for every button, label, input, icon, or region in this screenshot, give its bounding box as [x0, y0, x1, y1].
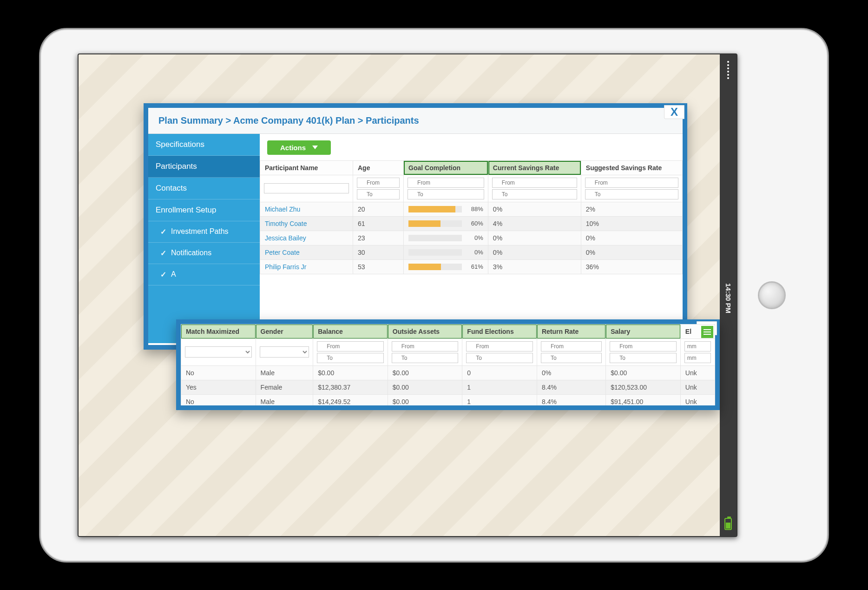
sidebar-item-label: Contacts — [156, 184, 187, 193]
filter-csr-from[interactable] — [492, 178, 577, 188]
filter-balance-from[interactable] — [317, 341, 384, 351]
col-header-csr[interactable]: Current Savings Rate — [488, 160, 581, 175]
sidebar-item-notifications[interactable]: Notifications — [148, 243, 260, 264]
filter-ssr-to[interactable] — [585, 189, 678, 199]
filter-rr-to[interactable] — [541, 353, 602, 363]
cell-gender: Male — [256, 365, 313, 380]
check-icon — [160, 270, 166, 279]
sidebar-item-investment-paths[interactable]: Investment Paths — [148, 221, 260, 243]
cell-age: 23 — [353, 231, 403, 245]
tablet-frame: 14:30 PM X Plan Summary > Acme Company 4… — [39, 28, 829, 563]
col-header-match[interactable]: Match Maximized — [181, 324, 256, 338]
cell-csr: 0% — [488, 245, 581, 259]
col-header-fund[interactable]: Fund Elections — [462, 324, 537, 338]
cell-ssr: 0% — [581, 231, 682, 245]
col-header-rr[interactable]: Return Rate — [537, 324, 605, 338]
main-panel: Actions Participant Name Age Goal Comple… — [260, 134, 683, 343]
cell-gender: Female — [256, 380, 313, 394]
sidebar-item-label: Specifications — [156, 140, 204, 149]
cell-outside: $0.00 — [388, 365, 462, 380]
actions-button[interactable]: Actions — [267, 140, 331, 155]
sidebar-item-contacts[interactable]: Contacts — [148, 178, 260, 199]
check-icon — [160, 249, 166, 258]
sidebar: Specifications Participants Contacts Enr… — [148, 134, 260, 343]
col-header-age[interactable]: Age — [353, 160, 403, 175]
cell-salary: $91,451.00 — [606, 394, 681, 405]
filter-goal-from[interactable] — [408, 178, 484, 188]
filter-age-from[interactable] — [357, 178, 400, 188]
col-header-gender[interactable]: Gender — [256, 324, 313, 338]
cell-fund: 0 — [462, 365, 537, 380]
sidebar-item-enrollment-setup[interactable]: Enrollment Setup — [148, 199, 260, 221]
home-button[interactable] — [758, 281, 786, 309]
cell-csr: 3% — [488, 259, 581, 274]
filter-age-to[interactable] — [357, 189, 400, 199]
col-header-balance[interactable]: Balance — [313, 324, 388, 338]
cell-match: No — [181, 365, 256, 380]
filter-el-to[interactable] — [684, 353, 711, 363]
filter-fund-from[interactable] — [466, 341, 533, 351]
filter-outside-from[interactable] — [392, 341, 459, 351]
col-header-goal[interactable]: Goal Completion — [404, 160, 488, 175]
filter-csr-to[interactable] — [492, 189, 577, 199]
table-row: Michael Zhu2088%0%2% — [260, 202, 683, 216]
col-header-salary[interactable]: Salary — [606, 324, 681, 338]
cell-el: Unk — [680, 394, 715, 405]
menu-button[interactable] — [701, 326, 713, 338]
cell-rr: 8.4% — [537, 394, 605, 405]
cell-goal: 88% — [404, 202, 488, 216]
breadcrumb[interactable]: Plan Summary > Acme Company 401(k) Plan … — [148, 108, 683, 134]
cell-ssr: 36% — [581, 259, 682, 274]
actions-button-label: Actions — [280, 144, 306, 152]
col-header-outside[interactable]: Outside Assets — [388, 324, 462, 338]
cell-goal: 0% — [404, 245, 488, 259]
cell-salary: $0.00 — [606, 365, 681, 380]
sidebar-item-specifications[interactable]: Specifications — [148, 134, 260, 156]
cell-csr: 4% — [488, 216, 581, 231]
cell-rr: 8.4% — [537, 380, 605, 394]
cell-gender: Male — [256, 394, 313, 405]
col-header-name[interactable]: Participant Name — [260, 160, 353, 175]
cell-goal: 60% — [404, 216, 488, 231]
participant-link[interactable]: Michael Zhu — [265, 206, 300, 213]
filter-ssr-from[interactable] — [585, 178, 678, 188]
participant-link[interactable]: Jessica Bailey — [265, 234, 306, 242]
cell-match: No — [181, 394, 256, 405]
filter-salary-to[interactable] — [610, 353, 677, 363]
participants-table: Participant Name Age Goal Completion Cur… — [260, 160, 683, 274]
participant-link[interactable]: Timothy Coate — [265, 220, 307, 227]
col-header-ssr[interactable]: Suggested Savings Rate — [581, 160, 682, 175]
table-row: Jessica Bailey230%0%0% — [260, 231, 683, 245]
filter-name-input[interactable] — [264, 183, 349, 193]
close-button[interactable]: X — [664, 105, 684, 119]
status-indicator-icon — [727, 61, 729, 79]
filter-balance-to[interactable] — [317, 353, 384, 363]
sidebar-item-label: Notifications — [171, 249, 211, 257]
filter-el-from[interactable] — [684, 341, 711, 351]
cell-csr: 0% — [488, 202, 581, 216]
cell-ssr: 0% — [581, 245, 682, 259]
filter-fund-to[interactable] — [466, 353, 533, 363]
cell-age: 30 — [353, 245, 403, 259]
cell-balance: $12,380.37 — [313, 380, 388, 394]
filter-goal-to[interactable] — [408, 189, 484, 199]
sidebar-item-label: Participants — [156, 162, 197, 171]
sidebar-item-label: Enrollment Setup — [156, 206, 216, 215]
filter-gender-select[interactable] — [260, 346, 309, 358]
cell-balance: $0.00 — [313, 365, 388, 380]
cell-age: 53 — [353, 259, 403, 274]
cell-goal: 0% — [404, 231, 488, 245]
filter-outside-to[interactable] — [392, 353, 459, 363]
filter-match-select[interactable] — [185, 346, 252, 358]
cell-ssr: 2% — [581, 202, 682, 216]
cell-ssr: 10% — [581, 216, 682, 231]
details-window: X Match Maximized Gender Balance Outside… — [176, 319, 720, 410]
table-row: NoMale$0.00$0.0000%$0.00Unk — [181, 365, 715, 380]
participant-link[interactable]: Peter Coate — [265, 249, 300, 256]
filter-salary-from[interactable] — [610, 341, 677, 351]
sidebar-item-participants[interactable]: Participants — [148, 156, 260, 178]
participant-link[interactable]: Philip Farris Jr — [265, 263, 306, 271]
cell-age: 20 — [353, 202, 403, 216]
sidebar-item-truncated[interactable]: A — [148, 264, 260, 285]
filter-rr-from[interactable] — [541, 341, 602, 351]
